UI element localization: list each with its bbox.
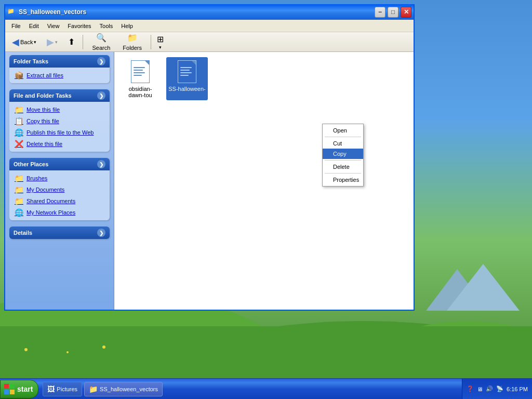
menu-bar: File Edit View Favorites Tools Help <box>5 20 414 32</box>
toolbar: ◀ Back ▾ ▶ ▾ ⬆ 🔍 Search 📁 Folders ⊞ ▾ <box>5 32 414 52</box>
context-sep-2 <box>325 160 361 161</box>
folders-button[interactable]: 📁 Folders <box>117 34 148 50</box>
delete-icon: ❌ <box>15 140 23 148</box>
menu-view[interactable]: View <box>43 22 64 30</box>
extract-all-files-link[interactable]: 📦 Extract all files <box>14 71 105 80</box>
copy-icon: 📋 <box>15 117 23 125</box>
clock: 6:16 PM <box>507 386 528 392</box>
move-icon: 📁 <box>15 105 23 114</box>
volume-icon: 🔊 <box>486 385 493 392</box>
my-documents-icon: 📁 <box>15 185 23 194</box>
folder-tasks-section: Folder Tasks ❯ 📦 Extract all files <box>9 55 110 83</box>
monitor-icon: 🖥 <box>477 386 483 392</box>
svg-rect-11 <box>4 390 9 394</box>
taskbar: start 🖼 Pictures 📁 SS_halloween_vectors … <box>0 378 532 399</box>
network-icon: 🌐 <box>15 208 23 217</box>
delete-file-link[interactable]: ❌ Delete this file <box>14 139 105 149</box>
forward-button[interactable]: ▶ ▾ <box>42 34 62 50</box>
search-button[interactable]: 🔍 Search <box>86 34 116 50</box>
menu-help[interactable]: Help <box>117 22 137 30</box>
svg-point-6 <box>24 348 28 351</box>
context-open[interactable]: Open <box>323 125 363 136</box>
file-icon <box>128 59 153 84</box>
windows-logo-icon <box>4 383 15 395</box>
toolbar-sep-1 <box>83 35 83 49</box>
menu-favorites[interactable]: Favorites <box>63 22 95 30</box>
taskbar-pictures[interactable]: 🖼 Pictures <box>43 382 82 396</box>
folder-tasks-collapse[interactable]: ❯ <box>97 57 105 65</box>
pictures-icon: 🖼 <box>47 385 55 393</box>
other-places-content: 📁 Brushes 📁 My Documents 📁 Shared Docume… <box>9 170 110 220</box>
brushes-link[interactable]: 📁 Brushes <box>14 174 105 183</box>
shared-documents-link[interactable]: 📁 Shared Documents <box>14 196 105 206</box>
main-area: Folder Tasks ❯ 📦 Extract all files File … <box>5 52 414 310</box>
other-places-header[interactable]: Other Places ❯ <box>9 158 110 170</box>
menu-tools[interactable]: Tools <box>96 22 117 30</box>
document-icon <box>178 60 196 83</box>
svg-point-7 <box>66 351 69 353</box>
window-icon: 📁 <box>7 8 16 16</box>
help-icon: ❓ <box>467 385 474 392</box>
folder-icon: 📁 <box>89 385 98 393</box>
network-places-link[interactable]: 🌐 My Network Places <box>14 208 105 217</box>
details-header[interactable]: Details ❯ <box>9 227 110 239</box>
details-section: Details ❯ <box>9 227 110 239</box>
file-folder-tasks-collapse[interactable]: ❯ <box>97 91 105 100</box>
explorer-window: 📁 SS_halloween_vectors − □ ✕ File Edit V… <box>4 4 415 311</box>
back-button[interactable]: ◀ Back ▾ <box>7 34 41 50</box>
menu-edit[interactable]: Edit <box>25 22 43 30</box>
system-tray: ❓ 🖥 🔊 📡 6:16 PM <box>462 379 532 399</box>
publish-web-link[interactable]: 🌐 Publish this file to the Web <box>14 128 105 137</box>
file-icon <box>175 59 200 84</box>
context-delete[interactable]: Delete <box>323 162 363 172</box>
file-label: SS-halloween- <box>168 86 206 92</box>
maximize-button[interactable]: □ <box>388 7 398 18</box>
file-folder-tasks-section: File and Folder Tasks ❯ 📁 Move this file… <box>9 89 110 152</box>
copy-file-link[interactable]: 📋 Copy this file <box>14 116 105 126</box>
views-button[interactable]: ⊞ ▾ <box>154 34 166 50</box>
context-copy[interactable]: Copy <box>323 149 363 159</box>
svg-point-8 <box>102 345 105 349</box>
context-properties[interactable]: Properties <box>323 175 363 185</box>
context-menu: Open Cut Copy Delete Properties <box>322 124 364 187</box>
shared-docs-icon: 📁 <box>15 197 23 205</box>
svg-rect-12 <box>10 390 15 394</box>
other-places-collapse[interactable]: ❯ <box>97 160 105 168</box>
minimize-button[interactable]: − <box>375 7 385 18</box>
svg-rect-3 <box>0 326 532 378</box>
file-item[interactable]: obsidian-dawn-tou <box>119 57 161 100</box>
svg-rect-10 <box>10 384 15 389</box>
my-documents-link[interactable]: 📁 My Documents <box>14 185 105 194</box>
network-tray-icon: 📡 <box>496 385 503 392</box>
window-title: SS_halloween_vectors <box>19 8 373 16</box>
toolbar-sep-2 <box>151 35 151 49</box>
context-cut[interactable]: Cut <box>323 138 363 149</box>
brushes-icon: 📁 <box>15 174 23 182</box>
other-places-section: Other Places ❯ 📁 Brushes 📁 My Documents … <box>9 158 110 220</box>
publish-icon: 🌐 <box>15 128 23 137</box>
up-button[interactable]: ⬆ <box>63 34 79 50</box>
svg-rect-9 <box>4 384 9 389</box>
content-area[interactable]: obsidian-dawn-tou SS-halloween- <box>114 52 414 310</box>
file-folder-tasks-content: 📁 Move this file 📋 Copy this file 🌐 Publ… <box>9 102 110 152</box>
sidebar: Folder Tasks ❯ 📦 Extract all files File … <box>5 52 114 310</box>
file-folder-tasks-header[interactable]: File and Folder Tasks ❯ <box>9 89 110 102</box>
context-sep-3 <box>325 173 361 174</box>
file-item[interactable]: SS-halloween- <box>166 57 208 100</box>
extract-icon: 📦 <box>15 71 23 79</box>
close-button[interactable]: ✕ <box>401 7 411 18</box>
folder-tasks-header[interactable]: Folder Tasks ❯ <box>9 55 110 68</box>
context-sep-1 <box>325 137 361 137</box>
menu-file[interactable]: File <box>7 22 25 30</box>
move-file-link[interactable]: 📁 Move this file <box>14 105 105 114</box>
folder-tasks-content: 📦 Extract all files <box>9 68 110 83</box>
title-bar: 📁 SS_halloween_vectors − □ ✕ <box>5 4 414 20</box>
taskbar-ss-halloween[interactable]: 📁 SS_halloween_vectors <box>84 382 163 396</box>
document-icon <box>131 60 150 83</box>
start-button[interactable]: start <box>0 380 38 398</box>
file-label: obsidian-dawn-tou <box>122 86 159 98</box>
details-collapse[interactable]: ❯ <box>97 229 105 237</box>
